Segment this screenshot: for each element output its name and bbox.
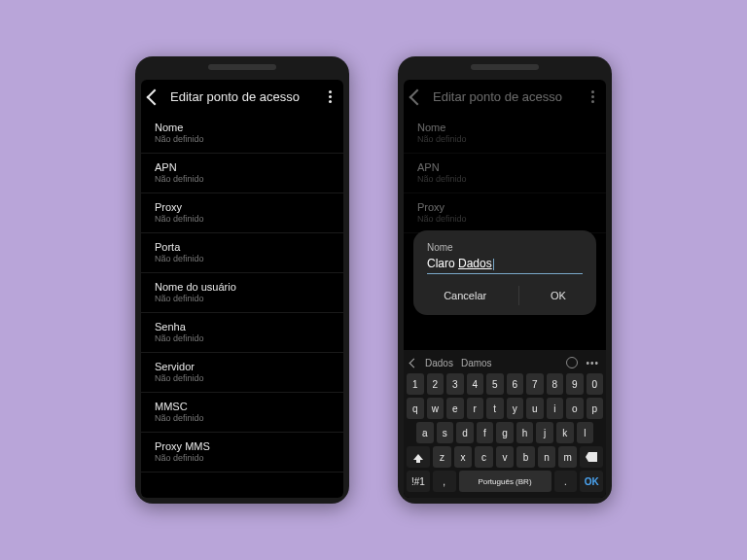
item-subtitle: Não definido <box>417 174 592 186</box>
keyboard-key[interactable]: j <box>536 422 553 443</box>
settings-item: NomeNão definido <box>404 114 606 154</box>
keyboard-key[interactable]: 0 <box>587 373 604 395</box>
edit-name-dialog: Nome Claro Dados Cancelar OK <box>413 230 596 315</box>
shift-icon <box>413 454 423 460</box>
suggestion-word[interactable]: Dados <box>425 358 453 368</box>
suggestion-row: Dados Damos ••• <box>407 354 603 373</box>
back-icon[interactable] <box>409 88 426 105</box>
settings-item: ProxyNão definido <box>404 193 606 233</box>
keyboard-key[interactable]: 4 <box>467 373 484 395</box>
more-icon[interactable]: ••• <box>586 358 599 368</box>
back-icon[interactable] <box>147 88 163 105</box>
item-subtitle: Não definido <box>155 413 330 425</box>
settings-item[interactable]: SenhaNão definido <box>141 313 343 353</box>
keyboard-key[interactable]: t <box>486 398 504 419</box>
keyboard-key[interactable]: e <box>446 398 464 419</box>
keyboard-key[interactable]: 6 <box>507 373 524 395</box>
keyboard-key[interactable]: g <box>496 422 514 443</box>
keyboard-key[interactable]: x <box>454 446 473 468</box>
keyboard-key[interactable]: 3 <box>446 373 464 395</box>
backspace-key[interactable] <box>580 446 603 468</box>
shift-key[interactable] <box>407 446 430 468</box>
keyboard-key[interactable]: 9 <box>566 373 584 395</box>
page-title: Editar ponto de acesso <box>433 89 578 104</box>
item-title: Senha <box>155 320 330 333</box>
keyboard-key[interactable]: z <box>433 446 451 468</box>
item-subtitle: Não definido <box>155 373 330 385</box>
name-input[interactable]: Claro Dados <box>427 257 583 274</box>
item-subtitle: Não definido <box>155 254 330 265</box>
keyboard-key[interactable]: d <box>456 422 474 443</box>
item-subtitle: Não definido <box>155 453 330 465</box>
keyboard-key[interactable]: 5 <box>486 373 504 395</box>
keyboard-key[interactable]: p <box>587 398 604 419</box>
settings-item[interactable]: PortaNão definido <box>141 233 343 273</box>
item-title: Nome do usuário <box>155 280 330 294</box>
more-icon[interactable] <box>587 90 598 103</box>
settings-item[interactable]: ProxyNão definido <box>141 193 343 233</box>
item-title: Proxy <box>155 200 330 214</box>
item-title: Servidor <box>155 360 330 373</box>
keyboard-key[interactable]: k <box>556 422 574 443</box>
keyboard-key[interactable]: q <box>407 398 424 419</box>
item-title: Proxy MMS <box>155 439 330 453</box>
gear-icon[interactable] <box>566 357 578 368</box>
chevron-left-icon[interactable] <box>409 358 419 368</box>
page-title: Editar ponto de acesso <box>170 89 315 104</box>
keyboard-key[interactable]: s <box>437 422 454 443</box>
keyboard-ok-key[interactable]: OK <box>580 471 603 492</box>
item-title: Nome <box>155 121 330 134</box>
keyboard-key[interactable]: 1 <box>407 373 424 395</box>
item-subtitle: Não definido <box>155 333 330 345</box>
keyboard-key[interactable]: 8 <box>547 373 564 395</box>
keyboard-key[interactable]: w <box>427 398 445 419</box>
ok-button[interactable]: OK <box>541 286 576 305</box>
keyboard-key[interactable]: h <box>516 422 534 443</box>
phone-right: Editar ponto de acesso NomeNão definidoA… <box>398 56 612 504</box>
settings-item[interactable]: NomeNão definido <box>141 114 343 154</box>
item-title: APN <box>155 160 330 174</box>
period-key[interactable]: . <box>554 471 578 492</box>
item-title: Proxy <box>417 200 592 214</box>
keyboard-key[interactable]: u <box>526 398 544 419</box>
settings-item: APNNão definido <box>404 154 606 193</box>
keyboard-key[interactable]: v <box>496 446 515 468</box>
suggestion-word[interactable]: Damos <box>461 358 492 368</box>
item-title: MMSC <box>155 400 330 413</box>
keyboard-key[interactable]: a <box>416 422 434 443</box>
header: Editar ponto de acesso <box>404 80 606 114</box>
item-subtitle: Não definido <box>155 174 330 186</box>
keyboard-key[interactable]: f <box>477 422 494 443</box>
settings-item[interactable]: MMSCNão definido <box>141 393 343 433</box>
settings-item[interactable]: Proxy MMSNão definido <box>141 433 343 472</box>
keyboard-key[interactable]: y <box>507 398 524 419</box>
keyboard-key[interactable]: c <box>475 446 493 468</box>
item-subtitle: Não definido <box>155 294 330 305</box>
keyboard-key[interactable]: l <box>577 422 594 443</box>
keyboard-key[interactable]: b <box>516 446 535 468</box>
spacebar[interactable]: Português (BR) <box>459 471 551 492</box>
symbols-key[interactable]: !#1 <box>407 471 430 492</box>
keyboard-key[interactable]: o <box>566 398 584 419</box>
comma-key[interactable]: , <box>433 471 456 492</box>
keyboard-key[interactable]: m <box>558 446 577 468</box>
phone-left: Editar ponto de acesso NomeNão definidoA… <box>135 56 349 504</box>
cancel-button[interactable]: Cancelar <box>434 286 496 305</box>
keyboard-key[interactable]: r <box>467 398 484 419</box>
settings-item[interactable]: APNNão definido <box>141 154 343 193</box>
keyboard-key[interactable]: i <box>547 398 564 419</box>
screen-left: Editar ponto de acesso NomeNão definidoA… <box>141 80 343 498</box>
item-subtitle: Não definido <box>155 134 330 146</box>
header: Editar ponto de acesso <box>141 80 343 114</box>
backspace-icon <box>586 452 597 462</box>
keyboard-key[interactable]: 7 <box>526 373 544 395</box>
keyboard-key[interactable]: 2 <box>427 373 445 395</box>
item-title: Nome <box>417 121 592 134</box>
more-icon[interactable] <box>325 90 336 103</box>
keyboard-key[interactable]: n <box>538 446 556 468</box>
item-subtitle: Não definido <box>155 214 330 226</box>
settings-item[interactable]: Nome do usuárioNão definido <box>141 273 343 313</box>
settings-item[interactable]: ServidorNão definido <box>141 353 343 393</box>
item-subtitle: Não definido <box>417 214 592 226</box>
settings-list: NomeNão definidoAPNNão definidoProxyNão … <box>141 114 343 498</box>
